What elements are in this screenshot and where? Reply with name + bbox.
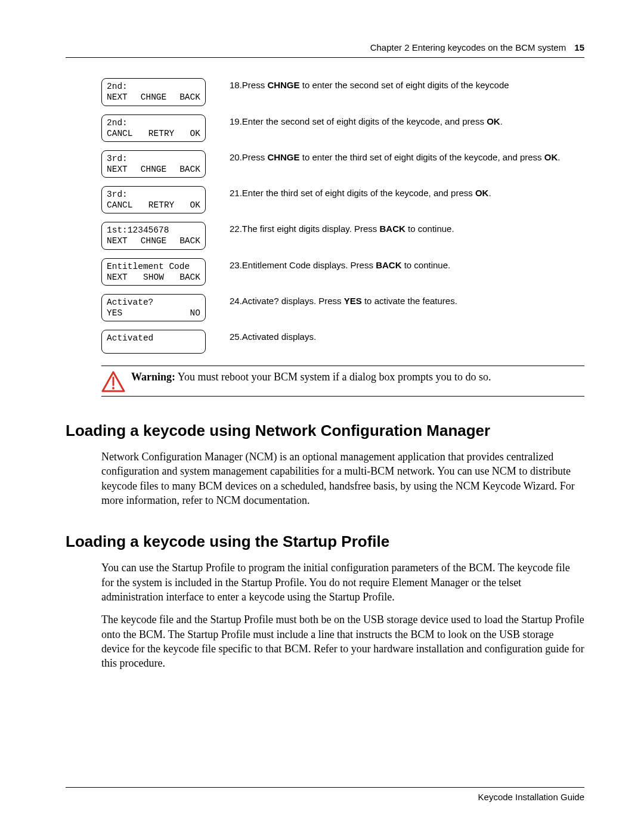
section-para-ncm: Network Configuration Manager (NCM) is a… xyxy=(101,450,584,507)
telset-display: 2nd:CANCLRETRYOK xyxy=(101,114,206,142)
row-indent xyxy=(66,330,101,354)
display-softkeys: NEXTSHOWBACK xyxy=(107,272,200,283)
instruction-row: Activate?YESNO24.Activate? displays. Pre… xyxy=(66,294,584,321)
row-indent xyxy=(66,258,101,286)
instruction-text: 20.Press CHNGE to enter the third set of… xyxy=(206,150,584,178)
instruction-row: 3rd:CANCLRETRYOK21.Enter the third set o… xyxy=(66,186,584,213)
softkey-1: CANCL xyxy=(107,200,133,210)
instruction-number: 22. xyxy=(230,224,242,234)
display-line-1: Activate? xyxy=(107,297,200,308)
display-softkeys: CANCLRETRYOK xyxy=(107,128,200,139)
telset-display: Entitlement CodeNEXTSHOWBACK xyxy=(101,258,206,286)
telset-display: 1st:12345678NEXTCHNGEBACK xyxy=(101,222,206,249)
instruction-text: 23.Entitlement Code displays. Press BACK… xyxy=(206,258,584,286)
softkey-3: NO xyxy=(190,308,200,318)
softkey-3: BACK xyxy=(179,92,200,103)
section-para-startup-2: The keycode file and the Startup Profile… xyxy=(101,612,584,670)
instruction-row: 1st:12345678NEXTCHNGEBACK22.The first ei… xyxy=(66,222,584,249)
display-line-1: Activated xyxy=(107,333,200,343)
instruction-text: 22.The first eight digits display. Press… xyxy=(206,222,584,249)
display-softkeys: CANCLRETRYOK xyxy=(107,200,200,210)
softkey-3: BACK xyxy=(179,164,200,175)
display-softkeys: NEXTCHNGEBACK xyxy=(107,236,200,246)
display-line-1: 3rd: xyxy=(107,153,200,164)
section-para-startup-1: You can use the Startup Profile to progr… xyxy=(101,561,584,604)
softkey-3: OK xyxy=(190,200,200,210)
page-footer: Keycode Installation Guide xyxy=(66,787,584,803)
warning-body: You must reboot your BCM system if a dia… xyxy=(175,371,491,383)
softkey-1: NEXT xyxy=(107,272,128,283)
softkey-1: NEXT xyxy=(107,92,128,103)
softkey-2: CHNGE xyxy=(141,164,167,175)
instruction-number: 19. xyxy=(230,116,242,126)
warning-block: Warning: You must reboot your BCM system… xyxy=(101,366,584,397)
instruction-number: 21. xyxy=(230,188,242,198)
row-indent xyxy=(66,78,101,106)
telset-display: Activated xyxy=(101,330,206,354)
softkey-2: SHOW xyxy=(143,272,164,283)
row-indent xyxy=(66,294,101,321)
display-line-1: 2nd: xyxy=(107,117,200,128)
telset-display: 2nd:NEXTCHNGEBACK xyxy=(101,78,206,106)
instruction-row: Entitlement CodeNEXTSHOWBACK23.Entitleme… xyxy=(66,258,584,286)
instruction-row: 2nd:CANCLRETRYOK19.Enter the second set … xyxy=(66,114,584,142)
softkey-1: NEXT xyxy=(107,164,128,175)
instruction-row: Activated25.Activated displays. xyxy=(66,330,584,354)
warning-text: Warning: You must reboot your BCM system… xyxy=(131,370,584,384)
instruction-text: 24.Activate? displays. Press YES to acti… xyxy=(206,294,584,321)
softkey-2: RETRY xyxy=(148,128,175,139)
instruction-body: Press CHNGE to enter the second set of e… xyxy=(242,80,509,90)
row-indent xyxy=(66,222,101,249)
instruction-body: Press CHNGE to enter the third set of ei… xyxy=(242,152,561,162)
display-line-1: 1st:12345678 xyxy=(107,225,200,236)
display-line-1: 3rd: xyxy=(107,189,200,200)
chapter-title: Chapter 2 Entering keycodes on the BCM s… xyxy=(370,42,566,52)
display-softkeys: YESNO xyxy=(107,308,200,318)
row-indent xyxy=(66,114,101,142)
softkey-1: CANCL xyxy=(107,128,133,139)
instruction-number: 25. xyxy=(230,332,242,342)
instruction-number: 20. xyxy=(230,152,242,162)
page-content: 2nd:NEXTCHNGEBACK18.Press CHNGE to enter… xyxy=(66,78,584,787)
softkey-1: NEXT xyxy=(107,236,128,246)
display-line-1: Entitlement Code xyxy=(107,261,200,272)
instruction-row: 2nd:NEXTCHNGEBACK18.Press CHNGE to enter… xyxy=(66,78,584,106)
instruction-number: 24. xyxy=(230,296,242,306)
display-softkeys: NEXTCHNGEBACK xyxy=(107,92,200,103)
row-indent xyxy=(66,150,101,178)
section-heading-ncm: Loading a keycode using Network Configur… xyxy=(66,420,584,441)
instruction-number: 18. xyxy=(230,80,242,90)
softkey-1: YES xyxy=(107,308,122,318)
instruction-text: 19.Enter the second set of eight digits … xyxy=(206,114,584,142)
instruction-row: 3rd:NEXTCHNGEBACK20.Press CHNGE to enter… xyxy=(66,150,584,178)
footer-text: Keycode Installation Guide xyxy=(478,792,584,802)
warning-icon xyxy=(101,371,125,392)
row-indent xyxy=(66,186,101,213)
display-line-1: 2nd: xyxy=(107,81,200,92)
display-softkeys: NEXTCHNGEBACK xyxy=(107,164,200,175)
warning-label: Warning: xyxy=(131,371,175,383)
page-number: 15 xyxy=(574,42,584,52)
instruction-body: Activated displays. xyxy=(242,332,316,342)
page-header: Chapter 2 Entering keycodes on the BCM s… xyxy=(66,42,584,58)
softkey-2: RETRY xyxy=(148,200,175,210)
page: Chapter 2 Entering keycodes on the BCM s… xyxy=(0,0,644,833)
section-heading-startup: Loading a keycode using the Startup Prof… xyxy=(66,531,584,552)
instruction-body: The first eight digits display. Press BA… xyxy=(242,224,454,234)
instruction-text: 18.Press CHNGE to enter the second set o… xyxy=(206,78,584,106)
telset-display: Activate?YESNO xyxy=(101,294,206,321)
instruction-body: Enter the second set of eight digits of … xyxy=(242,116,503,126)
instruction-number: 23. xyxy=(230,260,242,270)
svg-point-2 xyxy=(112,387,114,389)
softkey-2: CHNGE xyxy=(141,236,167,246)
instruction-rows: 2nd:NEXTCHNGEBACK18.Press CHNGE to enter… xyxy=(66,78,584,354)
telset-display: 3rd:NEXTCHNGEBACK xyxy=(101,150,206,178)
softkey-2: CHNGE xyxy=(141,92,167,103)
instruction-text: 21.Enter the third set of eight digits o… xyxy=(206,186,584,213)
telset-display: 3rd:CANCLRETRYOK xyxy=(101,186,206,213)
instruction-body: Enter the third set of eight digits of t… xyxy=(242,188,491,198)
instruction-text: 25.Activated displays. xyxy=(206,330,584,354)
instruction-body: Activate? displays. Press YES to activat… xyxy=(242,296,457,306)
instruction-body: Entitlement Code displays. Press BACK to… xyxy=(242,260,450,270)
softkey-3: BACK xyxy=(179,236,200,246)
